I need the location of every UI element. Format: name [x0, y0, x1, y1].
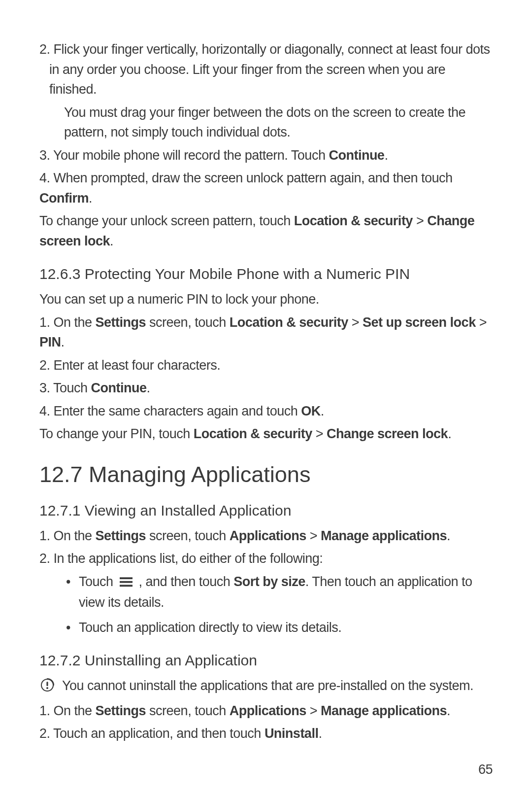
- pin-step-4: 4. Enter the same characters again and t…: [39, 401, 493, 421]
- svg-rect-0: [120, 577, 133, 579]
- change-pattern-mid: >: [413, 213, 427, 228]
- pin-s3-b: Continue: [91, 381, 147, 395]
- pin-s1-b3: Set up screen lock: [363, 315, 476, 330]
- un-s1-b2: Applications: [230, 703, 306, 718]
- va-b1-pre: Touch: [79, 574, 117, 589]
- va-s1-b2: Applications: [230, 528, 306, 543]
- pin-change-pre: To change your PIN, touch: [39, 426, 194, 441]
- step-4-pre: 4. When prompted, draw the screen unlock…: [39, 171, 453, 185]
- pin-change-post: .: [448, 426, 451, 441]
- un-s1-pre: 1. On the: [39, 703, 96, 718]
- warning-icon: [39, 677, 55, 693]
- uninstall-note: You cannot uninstall the applications th…: [39, 676, 493, 696]
- pin-s3-post: .: [147, 381, 150, 395]
- step-3-pre: 3. Your mobile phone will record the pat…: [39, 148, 329, 163]
- va-s1-mid2: >: [306, 528, 321, 543]
- va-s1-mid1: screen, touch: [146, 528, 230, 543]
- change-pattern-text: To change your unlock screen pattern, to…: [39, 211, 493, 251]
- viewapp-bullet-1: Touch , and then touch Sort by size. The…: [79, 572, 493, 613]
- pin-s1-mid3: >: [476, 315, 487, 330]
- svg-rect-4: [46, 682, 48, 686]
- un-s1-b3: Manage applications: [321, 703, 447, 718]
- pin-s4-pre: 4. Enter the same characters again and t…: [39, 404, 301, 418]
- change-pattern-b1: Location & security: [294, 213, 413, 228]
- viewapp-step-1: 1. On the Settings screen, touch Applica…: [39, 526, 493, 546]
- viewapp-bullet-list: Touch , and then touch Sort by size. The…: [39, 572, 493, 638]
- un-s1-b1: Settings: [96, 703, 146, 718]
- pin-step-2: 2. Enter at least four characters.: [39, 355, 493, 376]
- svg-rect-2: [120, 585, 133, 587]
- un-s1-post: .: [447, 703, 450, 718]
- step-3-post: .: [384, 148, 388, 163]
- heading-127: 12.7 Managing Applications: [39, 462, 493, 487]
- viewapp-step-2: 2. In the applications list, do either o…: [39, 549, 493, 569]
- step-4-post: .: [89, 191, 92, 206]
- un-s2-pre: 2. Touch an application, and then touch: [39, 726, 265, 741]
- pin-s4-b: OK: [301, 404, 321, 418]
- uninstall-step-2: 2. Touch an application, and then touch …: [39, 724, 493, 744]
- va-s1-b3: Manage applications: [321, 528, 447, 543]
- un-s2-b: Uninstall: [265, 726, 319, 741]
- va-s1-b1: Settings: [96, 528, 146, 543]
- change-pattern-post: .: [110, 234, 113, 248]
- heading-1263: 12.6.3 Protecting Your Mobile Phone with…: [39, 266, 493, 282]
- pin-s1-mid2: >: [348, 315, 363, 330]
- document-page: 2. Flick your finger vertically, horizon…: [0, 0, 532, 797]
- va-b1-b: Sort by size: [233, 574, 305, 589]
- pin-change-mid: >: [312, 426, 327, 441]
- pin-s1-b4: PIN: [39, 335, 61, 349]
- page-number: 65: [478, 762, 493, 777]
- step-2-subnote: You must drag your finger between the do…: [39, 103, 493, 142]
- svg-point-5: [46, 687, 48, 689]
- uninstall-note-text: You cannot uninstall the applications th…: [62, 676, 473, 696]
- step-3-bold: Continue: [329, 148, 384, 163]
- change-pattern-pre: To change your unlock screen pattern, to…: [39, 213, 294, 228]
- svg-rect-1: [120, 581, 133, 583]
- step-4-text: 4. When prompted, draw the screen unlock…: [39, 168, 493, 208]
- va-s1-pre: 1. On the: [39, 528, 96, 543]
- va-s1-post: .: [447, 528, 450, 543]
- uninstall-step-1: 1. On the Settings screen, touch Applica…: [39, 701, 493, 721]
- heading-1271: 12.7.1 Viewing an Installed Application: [39, 502, 493, 519]
- pin-s1-b1: Settings: [96, 315, 146, 330]
- un-s2-post: .: [318, 726, 322, 741]
- pin-s3-pre: 3. Touch: [39, 381, 91, 395]
- pin-change-text: To change your PIN, touch Location & sec…: [39, 424, 493, 444]
- pin-change-b2: Change screen lock: [327, 426, 448, 441]
- va-b1-mid: , and then touch: [139, 574, 234, 589]
- pin-change-b1: Location & security: [194, 426, 312, 441]
- pin-s1-post: .: [61, 335, 65, 349]
- step-3-text: 3. Your mobile phone will record the pat…: [39, 145, 493, 166]
- menu-icon: [120, 573, 133, 593]
- pin-s1-mid1: screen, touch: [146, 315, 230, 330]
- step-4-bold: Confirm: [39, 191, 89, 206]
- pin-s1-b2: Location & security: [230, 315, 348, 330]
- un-s1-mid2: >: [306, 703, 321, 718]
- pin-step-1: 1. On the Settings screen, touch Locatio…: [39, 312, 493, 352]
- viewapp-bullet-2: Touch an application directly to view it…: [79, 618, 493, 638]
- step-2-text: 2. Flick your finger vertically, horizon…: [39, 39, 493, 100]
- pin-intro: You can set up a numeric PIN to lock you…: [39, 289, 493, 310]
- heading-1272: 12.7.2 Uninstalling an Application: [39, 652, 493, 669]
- pin-s4-post: .: [321, 404, 324, 418]
- pin-s1-pre: 1. On the: [39, 315, 96, 330]
- un-s1-mid1: screen, touch: [146, 703, 230, 718]
- pin-step-3: 3. Touch Continue.: [39, 378, 493, 398]
